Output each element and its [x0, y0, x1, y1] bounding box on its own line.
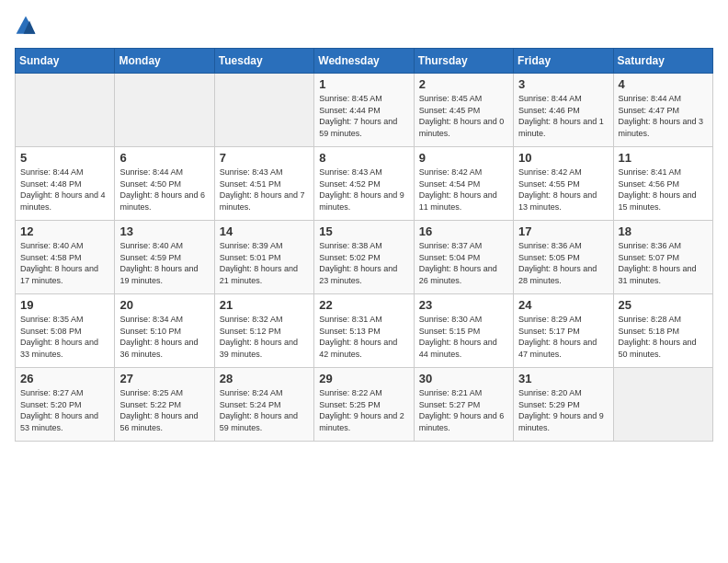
logo: [15, 15, 40, 37]
cell-info: Sunrise: 8:22 AMSunset: 5:25 PMDaylight:…: [319, 387, 408, 433]
day-number: 14: [220, 224, 309, 238]
day-number: 8: [319, 151, 408, 165]
day-number: 6: [119, 151, 209, 165]
day-number: 11: [619, 151, 708, 165]
day-number: 22: [319, 298, 408, 312]
cell-info: Sunrise: 8:32 AMSunset: 5:12 PMDaylight:…: [220, 314, 309, 360]
calendar-cell: [214, 74, 313, 147]
day-number: 13: [119, 224, 209, 238]
cell-info: Sunrise: 8:35 AMSunset: 5:08 PMDaylight:…: [20, 314, 109, 360]
cell-info: Sunrise: 8:34 AMSunset: 5:10 PMDaylight:…: [119, 314, 209, 360]
day-number: 29: [319, 372, 408, 385]
calendar-cell: 29Sunrise: 8:22 AMSunset: 5:25 PMDayligh…: [314, 368, 414, 442]
calendar-cell: 21Sunrise: 8:32 AMSunset: 5:12 PMDayligh…: [214, 294, 313, 368]
cell-info: Sunrise: 8:44 AMSunset: 4:50 PMDaylight:…: [119, 167, 209, 213]
calendar-cell: 11Sunrise: 8:41 AMSunset: 4:56 PMDayligh…: [613, 147, 712, 221]
calendar-cell: 24Sunrise: 8:29 AMSunset: 5:17 PMDayligh…: [514, 294, 613, 368]
cell-info: Sunrise: 8:28 AMSunset: 5:18 PMDaylight:…: [619, 314, 708, 360]
calendar-cell: 28Sunrise: 8:24 AMSunset: 5:24 PMDayligh…: [214, 368, 313, 442]
cell-info: Sunrise: 8:27 AMSunset: 5:20 PMDaylight:…: [20, 387, 109, 433]
day-number: 2: [419, 77, 508, 91]
calendar-cell: 19Sunrise: 8:35 AMSunset: 5:08 PMDayligh…: [16, 294, 115, 368]
day-number: 27: [119, 372, 209, 385]
day-number: 3: [518, 77, 608, 91]
cell-info: Sunrise: 8:40 AMSunset: 4:58 PMDaylight:…: [20, 240, 109, 286]
calendar-cell: 14Sunrise: 8:39 AMSunset: 5:01 PMDayligh…: [214, 221, 313, 294]
cell-info: Sunrise: 8:44 AMSunset: 4:46 PMDaylight:…: [518, 93, 608, 139]
week-row-5: 26Sunrise: 8:27 AMSunset: 5:20 PMDayligh…: [16, 368, 713, 442]
day-number: 12: [20, 224, 109, 238]
logo-icon: [15, 15, 37, 37]
calendar-cell: 30Sunrise: 8:21 AMSunset: 5:27 PMDayligh…: [414, 368, 513, 442]
day-number: 26: [20, 372, 109, 385]
cell-info: Sunrise: 8:37 AMSunset: 5:04 PMDaylight:…: [419, 240, 508, 286]
calendar-cell: 18Sunrise: 8:36 AMSunset: 5:07 PMDayligh…: [613, 221, 712, 294]
day-number: 31: [518, 372, 608, 385]
week-row-4: 19Sunrise: 8:35 AMSunset: 5:08 PMDayligh…: [16, 294, 713, 368]
cell-info: Sunrise: 8:43 AMSunset: 4:51 PMDaylight:…: [220, 167, 309, 213]
cell-info: Sunrise: 8:42 AMSunset: 4:55 PMDaylight:…: [518, 167, 608, 213]
calendar-cell: 12Sunrise: 8:40 AMSunset: 4:58 PMDayligh…: [16, 221, 115, 294]
calendar-cell: [613, 368, 712, 442]
cell-info: Sunrise: 8:43 AMSunset: 4:52 PMDaylight:…: [319, 167, 408, 213]
calendar-cell: 5Sunrise: 8:44 AMSunset: 4:48 PMDaylight…: [16, 147, 115, 221]
cell-info: Sunrise: 8:30 AMSunset: 5:15 PMDaylight:…: [419, 314, 508, 360]
day-number: 15: [319, 224, 408, 238]
cell-info: Sunrise: 8:24 AMSunset: 5:24 PMDaylight:…: [220, 387, 309, 433]
cell-info: Sunrise: 8:21 AMSunset: 5:27 PMDaylight:…: [419, 387, 508, 433]
cell-info: Sunrise: 8:45 AMSunset: 4:44 PMDaylight:…: [319, 93, 408, 139]
calendar-cell: 1Sunrise: 8:45 AMSunset: 4:44 PMDaylight…: [314, 74, 414, 147]
day-number: 18: [619, 224, 708, 238]
cell-info: Sunrise: 8:29 AMSunset: 5:17 PMDaylight:…: [518, 314, 608, 360]
calendar-table: SundayMondayTuesdayWednesdayThursdayFrid…: [15, 48, 713, 442]
calendar-cell: 4Sunrise: 8:44 AMSunset: 4:47 PMDaylight…: [613, 74, 712, 147]
calendar-cell: 22Sunrise: 8:31 AMSunset: 5:13 PMDayligh…: [314, 294, 414, 368]
calendar-cell: [115, 74, 214, 147]
calendar-cell: 10Sunrise: 8:42 AMSunset: 4:55 PMDayligh…: [514, 147, 613, 221]
header-day-thursday: Thursday: [414, 49, 513, 74]
day-number: 10: [518, 151, 608, 165]
header-day-saturday: Saturday: [613, 49, 712, 74]
day-number: 7: [220, 151, 309, 165]
day-number: 24: [518, 298, 608, 312]
cell-info: Sunrise: 8:40 AMSunset: 4:59 PMDaylight:…: [119, 240, 209, 286]
header-day-monday: Monday: [115, 49, 214, 74]
cell-info: Sunrise: 8:36 AMSunset: 5:07 PMDaylight:…: [619, 240, 708, 286]
day-number: 30: [419, 372, 508, 385]
cell-info: Sunrise: 8:25 AMSunset: 5:22 PMDaylight:…: [119, 387, 209, 433]
calendar-cell: 23Sunrise: 8:30 AMSunset: 5:15 PMDayligh…: [414, 294, 513, 368]
calendar-cell: 7Sunrise: 8:43 AMSunset: 4:51 PMDaylight…: [214, 147, 313, 221]
header-day-friday: Friday: [514, 49, 613, 74]
day-number: 23: [419, 298, 508, 312]
day-number: 16: [419, 224, 508, 238]
week-row-2: 5Sunrise: 8:44 AMSunset: 4:48 PMDaylight…: [16, 147, 713, 221]
cell-info: Sunrise: 8:41 AMSunset: 4:56 PMDaylight:…: [619, 167, 708, 213]
calendar-cell: 26Sunrise: 8:27 AMSunset: 5:20 PMDayligh…: [16, 368, 115, 442]
calendar-cell: 13Sunrise: 8:40 AMSunset: 4:59 PMDayligh…: [115, 221, 214, 294]
calendar-cell: 20Sunrise: 8:34 AMSunset: 5:10 PMDayligh…: [115, 294, 214, 368]
day-number: 17: [518, 224, 608, 238]
calendar-cell: 16Sunrise: 8:37 AMSunset: 5:04 PMDayligh…: [414, 221, 513, 294]
page-header: [15, 15, 713, 37]
calendar-cell: 31Sunrise: 8:20 AMSunset: 5:29 PMDayligh…: [514, 368, 613, 442]
day-number: 20: [119, 298, 209, 312]
cell-info: Sunrise: 8:44 AMSunset: 4:47 PMDaylight:…: [619, 93, 708, 139]
cell-info: Sunrise: 8:31 AMSunset: 5:13 PMDaylight:…: [319, 314, 408, 360]
calendar-cell: 6Sunrise: 8:44 AMSunset: 4:50 PMDaylight…: [115, 147, 214, 221]
day-number: 4: [619, 77, 708, 91]
header-day-sunday: Sunday: [16, 49, 115, 74]
calendar-cell: 8Sunrise: 8:43 AMSunset: 4:52 PMDaylight…: [314, 147, 414, 221]
calendar-cell: 9Sunrise: 8:42 AMSunset: 4:54 PMDaylight…: [414, 147, 513, 221]
header-day-wednesday: Wednesday: [314, 49, 414, 74]
calendar-cell: 27Sunrise: 8:25 AMSunset: 5:22 PMDayligh…: [115, 368, 214, 442]
header-day-tuesday: Tuesday: [214, 49, 313, 74]
cell-info: Sunrise: 8:42 AMSunset: 4:54 PMDaylight:…: [419, 167, 508, 213]
day-number: 25: [619, 298, 708, 312]
week-row-1: 1Sunrise: 8:45 AMSunset: 4:44 PMDaylight…: [16, 74, 713, 147]
day-number: 5: [20, 151, 109, 165]
cell-info: Sunrise: 8:39 AMSunset: 5:01 PMDaylight:…: [220, 240, 309, 286]
day-number: 21: [220, 298, 309, 312]
cell-info: Sunrise: 8:45 AMSunset: 4:45 PMDaylight:…: [419, 93, 508, 139]
day-number: 9: [419, 151, 508, 165]
day-number: 1: [319, 77, 408, 91]
